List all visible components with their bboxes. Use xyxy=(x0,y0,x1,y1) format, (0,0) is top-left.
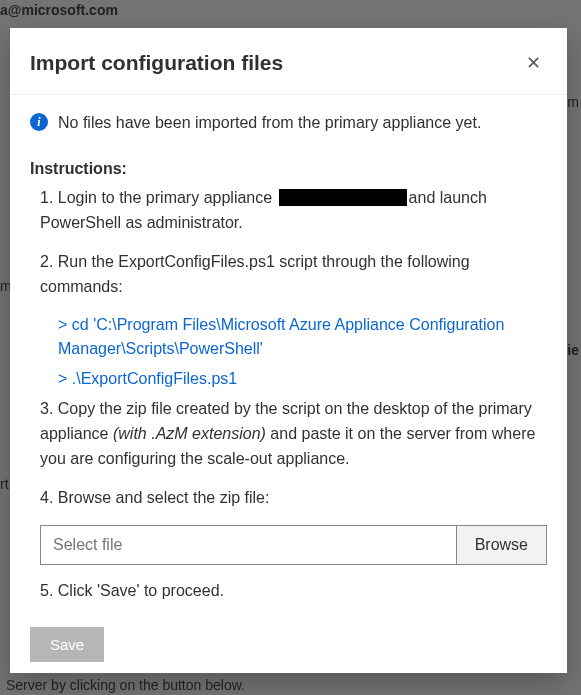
instructions-heading: Instructions: xyxy=(30,160,547,178)
instruction-step-2: 2. Run the ExportConfigFiles.ps1 script … xyxy=(30,250,547,300)
info-banner: i No files have been imported from the p… xyxy=(30,111,547,134)
redacted-text xyxy=(279,189,407,206)
step3-extension: (with .AzM extension) xyxy=(113,425,266,442)
dialog-header: Import configuration files ✕ xyxy=(10,28,567,95)
dialog-body: i No files have been imported from the p… xyxy=(10,95,567,673)
import-config-dialog: Import configuration files ✕ i No files … xyxy=(10,28,567,673)
browse-button[interactable]: Browse xyxy=(456,525,547,565)
bg-email-fragment: a@microsoft.com xyxy=(0,2,118,18)
dialog-title: Import configuration files xyxy=(30,51,283,75)
file-picker: Browse xyxy=(40,525,547,565)
bg-text-fragment: rt xyxy=(0,476,9,492)
info-icon: i xyxy=(30,113,48,131)
command-cd: > cd 'C:\Program Files\Microsoft Azure A… xyxy=(30,313,547,361)
save-button[interactable]: Save xyxy=(30,627,104,662)
instruction-step-4: 4. Browse and select the zip file: xyxy=(30,486,547,511)
instruction-step-3: 3. Copy the zip file created by the scri… xyxy=(30,397,547,471)
bg-text-fragment: ie xyxy=(567,342,579,358)
step1-text-a: 1. Login to the primary appliance xyxy=(40,189,277,206)
bg-text-fragment: Server by clicking on the button below. xyxy=(6,677,245,693)
info-text: No files have been imported from the pri… xyxy=(58,111,481,134)
instruction-step-1: 1. Login to the primary appliance and la… xyxy=(30,186,547,236)
instruction-step-5: 5. Click 'Save' to proceed. xyxy=(30,579,547,604)
file-input[interactable] xyxy=(40,525,456,565)
close-button[interactable]: ✕ xyxy=(520,50,547,76)
command-run: > .\ExportConfigFiles.ps1 xyxy=(30,367,547,391)
close-icon: ✕ xyxy=(526,53,541,73)
